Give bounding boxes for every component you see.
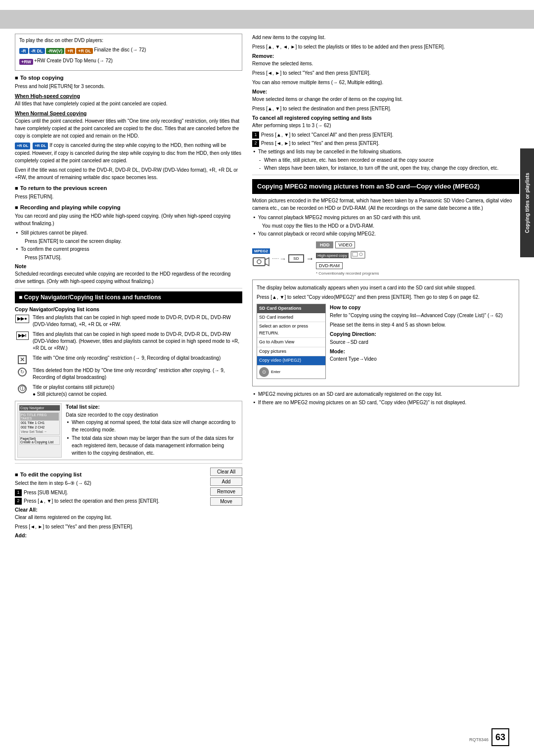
dvdram-label: DVD-RAM: [316, 262, 343, 269]
how-to-text1: Refer to "Copying using the copying list…: [330, 312, 515, 319]
diagram-footnote: * Conventionally recorded programs: [316, 271, 379, 276]
high-speed-label: When High-speed copying: [15, 93, 242, 99]
badge-rdl1: +R DL: [15, 142, 30, 149]
mpeg2-diagram: MPEG2 ····· → SD →: [252, 241, 519, 276]
x-icon: ✕: [18, 355, 27, 364]
mode-label: Mode:: [330, 348, 515, 356]
camera-icon: [252, 255, 270, 269]
cancel-step1: 1 Press [▲, ▼] to select "Cancel All" an…: [252, 131, 519, 139]
move-btn[interactable]: Move: [210, 497, 242, 506]
mpeg2-badge: MPEG2: [252, 248, 270, 254]
clear-all-label: Clear All:: [15, 507, 210, 513]
icon5-text: Title or playlist contains still picture…: [33, 384, 242, 398]
edit-section: To edit the copying list Select the item…: [15, 468, 242, 539]
icon-x: ✕: [15, 355, 30, 364]
cancel-dash1: When a title, still picture, etc. has be…: [252, 156, 519, 164]
icon-hspeed2: ▶▶!: [15, 331, 30, 340]
cancel-step2-text: Press [◄, ►] to select "Yes" and then pr…: [261, 140, 379, 147]
rp-bullet2: To confirm the current progress: [15, 245, 242, 253]
svg-point-2: [257, 260, 261, 264]
page-number: 63: [491, 728, 509, 746]
normal-speed-note1: +R DL +R DL If copy is canceled during t…: [15, 142, 242, 164]
mpeg2-heading-text: Copying MPEG2 moving pictures from an SD…: [257, 183, 480, 190]
bottom-bullet2: If there are no MPEG2 moving pictures on…: [252, 399, 519, 406]
note-text: Scheduled recordings executed while copy…: [15, 270, 242, 285]
model-number: RQT8346: [469, 737, 489, 742]
remove-text: Remove the selected items.: [252, 60, 519, 67]
bottom-bullet1: MPEG2 moving pictures on an SD card are …: [252, 390, 519, 398]
svg-rect-0: [253, 258, 265, 266]
badge-plus-r: +R: [65, 48, 75, 54]
add-btn[interactable]: Add: [210, 477, 242, 486]
remove-label: Remove:: [252, 53, 519, 59]
cancel-note-intro: The settings and lists may be cancelled …: [252, 148, 519, 155]
sd-menu-header: SD Card Operations: [257, 304, 325, 313]
mpeg2-bullet2: You cannot playback or record while copy…: [252, 230, 519, 237]
sd-menu-item4[interactable]: Copy pictures: [257, 347, 325, 357]
icon-row-4: ↻ Titles deleted from the HDD by "One ti…: [15, 367, 242, 381]
how-to-copy-panel: SD Card Operations SD Card inserted Sele…: [257, 304, 515, 379]
rp-bullet1: Still pictures cannot be played.: [15, 229, 242, 236]
hdd-label: HDD: [316, 241, 334, 248]
svg-rect-4: [353, 252, 357, 256]
circle-arrow-icon: ↻: [18, 368, 27, 377]
recording-playing-heading: Recording and playing while copying: [15, 204, 242, 210]
return-screen-text: Press [RETURN].: [15, 193, 242, 200]
edit-heading: To edit the copying list: [15, 472, 210, 477]
sd-menu-item5[interactable]: Copy video (MPEG2): [257, 356, 325, 366]
step1-text: Press [SUB MENU].: [24, 489, 68, 496]
sd-menu-item3[interactable]: Go to Album View: [257, 338, 325, 347]
top-bar: [0, 10, 534, 29]
clear-all-btn[interactable]: Clear All: [210, 468, 242, 476]
top-note-line1: To play the disc on other DVD players:: [19, 37, 238, 44]
mpeg2-cam-group: MPEG2: [252, 248, 270, 269]
video-label: VIDEO: [335, 241, 355, 248]
icon-row-5: ⓘ Title or playlist contains still pictu…: [15, 384, 242, 398]
sd-menu-footer: ⊙ Enter: [257, 366, 325, 378]
total-list-desc1: Data size recorded to the copy destinati…: [66, 411, 240, 419]
total-list-bullet2: The total data size shown may be larger …: [66, 434, 240, 457]
badge-plus-r-dl: +R DL: [76, 48, 93, 54]
add-items-text: Add new items to the copying list.: [252, 34, 519, 41]
icon-hspeed: ▶▶●: [15, 314, 30, 323]
cancel-step1-text: Press [▲, ▼] to select "Cancel All" and …: [261, 131, 394, 139]
mpeg2-dest-col: HDD VIDEO High-speed copy DVD-RAM: [316, 241, 379, 276]
remove-press: Press [◄, ►] to select "Yes" and then pr…: [252, 69, 519, 77]
mpeg2-heading-box: Copying MPEG2 moving pictures from an SD…: [252, 179, 519, 194]
stop-copying-text: Press and hold [RETURN] for 3 seconds.: [15, 83, 242, 90]
badge-r: -R: [19, 48, 28, 54]
mpeg2-dots: ····· →: [272, 255, 286, 263]
recorder-icon: [351, 250, 365, 260]
remove-btn[interactable]: Remove: [210, 487, 242, 496]
sd-card-box: SD: [288, 254, 304, 263]
how-to-text: How to copy Refer to "Copying using the …: [330, 304, 515, 379]
copy-small-icon: ⊙: [259, 367, 269, 377]
icon4-text: Titles deleted from the HDD by "One time…: [33, 367, 242, 381]
stop-copying-heading: To stop copying: [15, 75, 242, 81]
sidebar-label: Copying titles or playlists: [520, 148, 534, 257]
mode-val: Content Type→Video: [330, 355, 515, 363]
cancel-all-text1: After performing steps 1 to 3 (→ 62): [252, 122, 519, 129]
sd-menu-item1: SD Card inserted: [257, 313, 325, 323]
edit-step1: 1 Press [SUB MENU].: [15, 489, 210, 496]
normal-speed-text: Copies until the point canceled. However…: [15, 117, 242, 140]
badge-r-dl: -R DL: [29, 48, 45, 54]
normal-speed-note2: Even if the title was not copied to the …: [15, 166, 242, 181]
page-container: Copying titles or playlists To play the …: [0, 0, 534, 756]
right-divider: [252, 175, 519, 175]
icon-arrow: ↻: [15, 367, 30, 377]
badge-rwv: -RW(V): [46, 48, 65, 54]
edit-section-left: To edit the copying list Select the item…: [15, 468, 210, 539]
edit-section-inner: To edit the copying list Select the item…: [15, 468, 242, 539]
icon-excl: ⓘ: [15, 384, 30, 393]
arrow-right: →: [306, 254, 314, 263]
total-list-label: Total list size:: [66, 403, 240, 411]
cancel-dash2: When steps have been taken, for instance…: [252, 164, 519, 172]
copying-dir-label: Copying Direction:: [330, 331, 515, 338]
move-label: Move:: [252, 89, 519, 94]
edit-buttons: Clear All Add Remove Move: [210, 468, 242, 506]
add-items-press: Press [▲, ▼, ◄, ►] to select the playlis…: [252, 43, 519, 50]
edit-intro: Select the item in step 6–⑨ (→ 62): [15, 479, 210, 487]
disc-badges-row: -R -R DL -RW(V) +R +R DL Finalize the di…: [19, 46, 238, 55]
cancel-step2: 2 Press [◄, ►] to select "Yes" and then …: [252, 140, 519, 147]
